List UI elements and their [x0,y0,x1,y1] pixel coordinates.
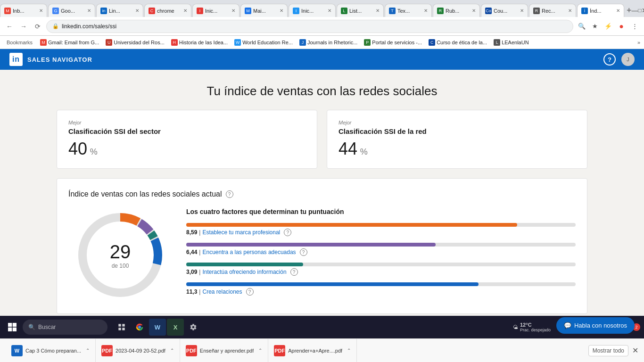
more-icon[interactable]: ⋮ [629,21,640,32]
browser-tab-indice[interactable]: Í Índ... ✕ [577,4,624,17]
browser-tab-linkedin[interactable]: in Lin... ✕ [96,4,143,17]
factor-help-icon[interactable]: ? [246,288,254,296]
factor-link[interactable]: Crea relaciones [202,288,242,295]
browser-tab-inicio2[interactable]: I Inic... ✕ [289,4,336,17]
network-card-value-row: 44 % [339,139,576,159]
browser-tab-rec[interactable]: R Rec... ✕ [529,4,576,17]
taskbar-pinned-icons: W X [113,319,202,336]
factor-help-icon[interactable]: ? [300,248,307,256]
bookmark-item[interactable]: L LEAenlaUN [491,38,531,47]
browser-tab-texto[interactable]: T Tex... ✕ [385,4,432,17]
factor-link[interactable]: Interactúa ofreciendo información [202,269,286,275]
factor-label: 11,3 | Crea relaciones ? [186,288,576,296]
bookmark-item[interactable]: U Universidad del Ros... [103,38,167,47]
taskbar-chrome[interactable] [131,319,148,336]
factor-score: 3,09 [186,269,197,275]
factor-link[interactable]: Encuentra a las personas adecuadas [202,249,296,255]
browser-tab-google[interactable]: G Goo... ✕ [48,4,95,17]
ssi-help-icon[interactable]: ? [226,190,233,198]
browser-tabs: M Inb... ✕ G Goo... ✕ in Lin... ✕ C chro… [0,0,644,17]
start-button[interactable] [4,319,21,336]
ssi-main-title: Índice de ventas con las redes sociales … [68,190,576,198]
bookmarks-more[interactable]: » [637,40,640,45]
window-minimize[interactable]: — [632,4,638,17]
sector-card-value: 40 [68,139,87,158]
network-card: Mejor Clasificación SSI de la red 44 % [327,110,587,169]
reload-button[interactable]: ⟳ [32,21,43,32]
linkedin-nav: in SALES NAVIGATOR ? J [0,49,644,70]
bookmark-item[interactable]: J Journals in Rhetoric... [297,38,360,47]
search-icon[interactable]: 🔍 [576,21,587,32]
browser-chrome: M Inb... ✕ G Goo... ✕ in Lin... ✕ C chro… [0,0,644,49]
factor-bar-fill [186,243,436,247]
bookmarks-bar: Bookmarks M Gmail: Email from G... U Uni… [0,36,644,49]
factor-help-icon[interactable]: ? [284,229,291,236]
weather-desc: Prac. despejado [520,328,551,332]
user-avatar[interactable]: J [621,53,635,66]
chat-icon: 💬 [564,322,571,329]
donut-center: 29 de 100 [110,241,131,269]
weather-temp: 12°C [520,322,551,328]
page-title: Tu índice de ventas con las redes social… [57,84,587,99]
factors-title: Los cuatro factores que determinan tu pu… [186,208,576,215]
taskbar-task-view[interactable] [113,319,130,336]
taskbar-excel[interactable]: X [167,319,184,336]
network-card-value: 44 [339,139,357,158]
browser-tab-lista[interactable]: L List... ✕ [337,4,384,17]
factor-label: 6,44 | Encuentra a las personas adecuada… [186,248,576,256]
network-card-unit: % [360,147,368,156]
browser-tab-cour[interactable]: Co Cou... ✕ [481,4,528,17]
svg-rect-7 [118,328,121,330]
taskbar-word[interactable]: W [149,319,166,336]
factor-link[interactable]: Establece tu marca profesional [202,229,280,236]
bookmark-item[interactable]: H Historia de las Idea... [168,38,231,47]
lock-icon: 🔒 [52,23,59,29]
bookmark-item[interactable]: W World Education Re... [231,38,296,47]
back-button[interactable]: ← [4,21,15,32]
factor-label: 3,09 | Interactúa ofreciendo información… [186,268,576,276]
taskbar-settings[interactable] [185,319,202,336]
chat-button[interactable]: 💬 Habla con nosotros [556,317,635,334]
sector-card-label: Mejor [68,120,305,125]
donut-sub: de 100 [110,263,131,269]
svg-rect-8 [122,328,124,330]
browser-tab-mail[interactable]: M Mai... ✕ [240,4,288,17]
svg-rect-5 [118,324,121,326]
bookmark-item[interactable]: C Curso de ética de la... [426,38,490,47]
window-maximize[interactable]: □ [638,4,642,17]
profile-icon[interactable]: ● [616,21,627,32]
extensions-icon[interactable]: ⚡ [603,21,614,32]
weather-widget: 🌤 12°C Prac. despejado [513,322,551,332]
network-card-label: Mejor [339,120,576,125]
browser-tab-inbox[interactable]: M Inb... ✕ [0,4,47,17]
factor-help-icon[interactable]: ? [290,268,298,276]
weather-icon: 🌤 [513,324,518,330]
address-bar[interactable]: 🔒 linkedin.com/sales/ssi [46,20,573,33]
factor-item: 11,3 | Crea relaciones ? [186,282,576,296]
factor-bar-bg [186,243,576,247]
new-tab-button[interactable]: + [627,4,632,17]
bookmark-bookmarks[interactable]: Bookmarks [4,39,35,46]
bookmark-item[interactable]: M Gmail: Email from G... [37,38,102,47]
forward-button[interactable]: → [18,21,29,32]
browser-tab-rubr[interactable]: R Rub... ✕ [433,4,480,17]
donut-chart: 29 de 100 [68,208,172,302]
help-icon[interactable]: ? [603,53,616,66]
sector-card-title: Clasificación SSI del sector [68,127,305,135]
factor-label: 8,59 | Establece tu marca profesional ? [186,229,576,236]
donut-score: 29 [110,241,131,263]
factor-item: 6,44 | Encuentra a las personas adecuada… [186,243,576,256]
browser-tab-inicio1[interactable]: I Inic... ✕ [192,4,239,17]
window-close[interactable]: ✕ [642,4,644,17]
taskbar-search[interactable]: 🔍 Buscar [23,320,107,335]
bookmark-icon[interactable]: ★ [589,21,601,32]
browser-tab-chrome[interactable]: C chrome ✕ [144,4,191,17]
toolbar-icons: 🔍 ★ ⚡ ● ⋮ [576,21,640,32]
search-placeholder: Buscar [38,324,56,330]
browser-toolbar: ← → ⟳ 🔒 linkedin.com/sales/ssi 🔍 ★ ⚡ ● ⋮ [0,17,644,36]
ssi-body: 29 de 100 Los cuatro factores que determ… [68,208,576,302]
ssi-main-card: Índice de ventas con las redes sociales … [57,178,587,314]
svg-point-9 [138,326,141,329]
bookmark-item[interactable]: P Portal de servicios -... [361,38,425,47]
factor-score: 11,3 [186,288,197,295]
